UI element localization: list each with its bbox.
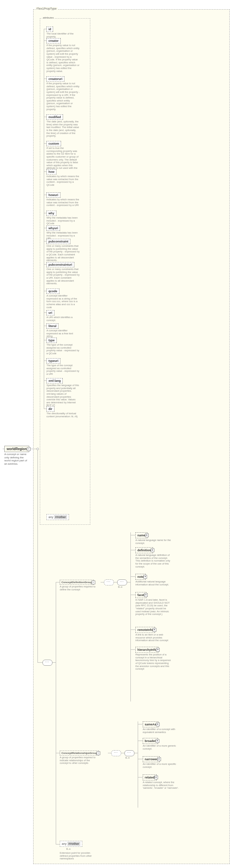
attr-desc: The local identifier of the property. <box>47 32 80 38</box>
elem-desc: In NAR 1.8 and later, facet is deprecate… <box>136 599 172 616</box>
attr-desc: A concept identifier expressed as a free… <box>47 329 80 338</box>
attr-xml-lang[interactable]: xml:lang <box>47 378 63 383</box>
attr-custom[interactable]: custom <box>47 141 61 146</box>
sequence-icon <box>117 580 127 585</box>
any-other-attrs: any ##other <box>47 514 69 520</box>
attr-desc: The date (and, optionally, the time) whe… <box>47 120 80 137</box>
elem-desc: A related concept, where the relationshi… <box>143 781 179 790</box>
any-other-elements: any ##other <box>60 841 82 847</box>
sequence-icon <box>104 580 114 585</box>
type-group-label: Flex1PropType <box>35 7 58 10</box>
attr-desc: If set to true the corresponding propert… <box>47 147 80 173</box>
attr-desc: The type of the concept assigned as cont… <box>47 364 80 376</box>
any-ns: ##other <box>54 515 67 519</box>
group2-card: 0..∞ <box>125 756 130 759</box>
elem-definition[interactable]: definition+ <box>136 547 153 553</box>
elem-sameAs[interactable]: sameAs+ <box>143 721 158 727</box>
attr-dir[interactable]: dir <box>47 406 54 412</box>
elem-desc: An identifier of a more specific concept… <box>143 763 179 769</box>
group1-label: ConceptDefinitionGroup <box>61 581 92 584</box>
attr-why[interactable]: why <box>47 211 56 216</box>
plus-icon[interactable]: + <box>156 723 160 726</box>
group1-card: 0..∞ <box>118 586 122 588</box>
minus-icon[interactable]: − <box>92 581 95 584</box>
attr-desc: The type of the concept assigned as cont… <box>47 344 80 355</box>
sequence-icon <box>111 750 121 756</box>
group1-desc: A group of properties required to define… <box>60 585 96 591</box>
elem-desc: Represents the position of a concept in … <box>136 653 172 671</box>
attr-howuri[interactable]: howuri <box>47 192 60 198</box>
plus-icon[interactable]: + <box>144 593 148 597</box>
attr-type[interactable]: type <box>47 338 57 343</box>
plus-icon[interactable]: + <box>156 739 159 743</box>
group2-label: ConceptRelationshipsGroup <box>61 751 97 754</box>
attr-desc: Specifies the language of this property … <box>47 384 80 407</box>
sequence-icon <box>42 660 53 666</box>
elem-facet[interactable]: facet+ <box>136 592 146 598</box>
attr-desc: If the property value is not defined, sp… <box>47 82 80 111</box>
concept-relationships-group[interactable]: ConceptRelationshipsGroup − <box>60 751 99 755</box>
plus-icon[interactable]: + <box>143 575 147 579</box>
elem-related[interactable]: related+ <box>143 774 157 780</box>
attr-how[interactable]: how <box>47 169 56 175</box>
elem-desc: Additional natural language information … <box>136 581 172 586</box>
any2-desc: Extension point for provider-defined pro… <box>60 852 96 860</box>
attr-id[interactable]: id <box>47 27 53 32</box>
attr-uri[interactable]: uri <box>47 310 54 315</box>
attr-desc: One or many constraints that apply to pu… <box>47 268 80 285</box>
elem-desc: A link to an item or a web resource whic… <box>136 633 172 642</box>
attr-desc: A concept identifier expressed as a stri… <box>47 294 80 309</box>
attr-desc: One or many constraints that apply to pu… <box>47 245 80 262</box>
concept-definition-group[interactable]: ConceptDefinitionGroup − <box>60 580 94 585</box>
elem-name[interactable]: name+ <box>136 532 147 538</box>
plus-icon[interactable]: + <box>154 776 158 779</box>
attr-whyuri[interactable]: whyuri <box>47 225 60 231</box>
sequence-icon <box>124 750 135 756</box>
any-label: any <box>49 516 53 519</box>
attr-modified[interactable]: modified <box>47 115 63 120</box>
attr-desc: A URI which identifies a concept. <box>47 316 80 322</box>
attr-typeuri[interactable]: typeuri <box>47 358 60 364</box>
elem-remoteInfo[interactable]: remoteInfo+ <box>136 627 155 633</box>
elem-note[interactable]: note+ <box>136 574 146 580</box>
plus-icon[interactable]: + <box>153 628 156 632</box>
any2-ns: ##other <box>67 842 80 846</box>
plus-icon[interactable]: + <box>156 648 160 652</box>
elem-desc: An identifier of a concept with equivale… <box>143 728 179 734</box>
attr-pubconstraint[interactable]: pubconstraint <box>47 239 70 244</box>
attr-desc: Indicates by which means the value was e… <box>47 175 80 187</box>
root-label: worldRegion <box>7 447 27 451</box>
elem-hierarchyInfo[interactable]: hierarchyInfo+ <box>136 647 158 653</box>
attr-desc: The directionality of textual content (e… <box>47 412 80 418</box>
plus-icon[interactable]: + <box>145 534 149 537</box>
elem-desc: An identifier of a more generic concept. <box>143 745 179 750</box>
elem-broader[interactable]: broader+ <box>143 738 158 744</box>
any2-label: any <box>62 842 67 845</box>
attr-literal[interactable]: literal <box>47 323 58 329</box>
minus-icon[interactable]: − <box>96 751 100 755</box>
plus-icon[interactable]: + <box>151 549 154 552</box>
attr-desc: If the property value is not defined, sp… <box>47 44 80 73</box>
root-desc: A concept or name only defining the worl… <box>4 453 29 465</box>
attr-desc: Why the metadata has been included - exp… <box>47 217 80 225</box>
elem-desc: A natural language name for the concept. <box>136 539 172 545</box>
attr-creator[interactable]: creator <box>47 38 61 43</box>
attr-qcode[interactable]: qcode <box>47 288 59 294</box>
plus-icon[interactable]: + <box>157 757 161 761</box>
any2-card: 0..∞ <box>66 848 71 850</box>
attr-pubconstrainturi[interactable]: pubconstrainturi <box>47 262 74 267</box>
group2-desc: A group of properties required to indica… <box>60 756 96 765</box>
attr-creatoruri[interactable]: creatoruri <box>47 76 64 82</box>
elem-narrower[interactable]: narrower+ <box>143 756 160 762</box>
elem-desc: A natural language definition of the sem… <box>136 554 172 568</box>
attr-desc: Indicates by which means the value was e… <box>47 198 80 207</box>
root-element[interactable]: worldRegion − <box>4 446 29 452</box>
attr-group-label: attributes <box>42 16 55 19</box>
